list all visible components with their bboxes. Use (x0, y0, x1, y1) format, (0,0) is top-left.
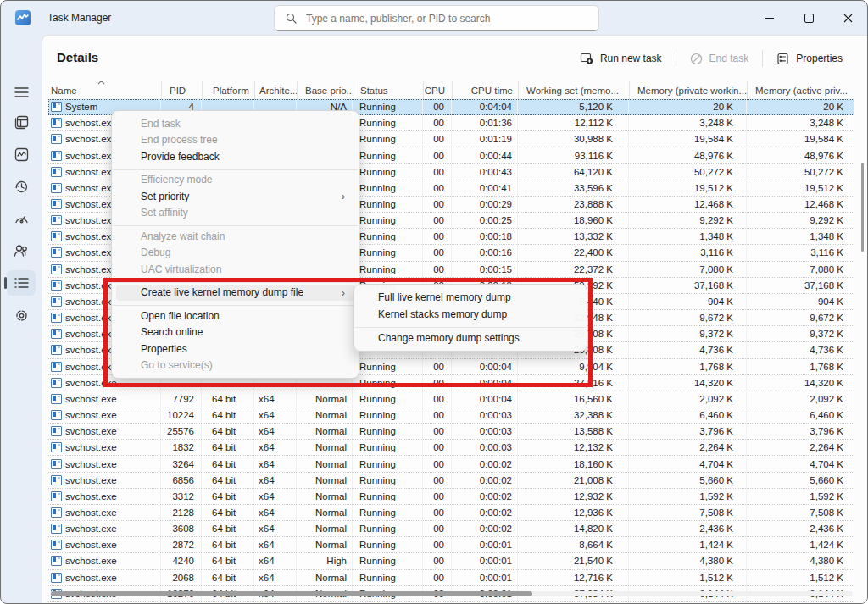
chevron-right-icon: › (342, 191, 345, 202)
cell-memory-private: 50,272 K (629, 164, 747, 180)
selected-nav-indicator (4, 277, 7, 289)
process-icon (51, 556, 62, 566)
context-menu-item[interactable]: Set priority › (116, 188, 354, 205)
cell-status: Running (353, 213, 423, 228)
table-row[interactable]: svchost.exe 6856 64 bit x64 Normal Runni… (48, 473, 854, 489)
cell-cpu: 00 (423, 456, 452, 471)
annotation-rectangle (103, 278, 593, 387)
hamburger-icon (14, 86, 29, 98)
sidebar-item-performance[interactable] (7, 141, 36, 167)
context-menu-item[interactable]: Provide feedback (116, 148, 354, 165)
table-row[interactable]: svchost.exe 2068 64 bit x64 Normal Runni… (48, 570, 854, 586)
cell-pid: 2068 (161, 570, 202, 585)
cell-status: Running (353, 115, 423, 130)
table-row[interactable]: svchost.exe 2872 64 bit x64 Normal Runni… (48, 537, 854, 553)
cell-memory-private: 6,460 K (629, 407, 747, 423)
hamburger-menu-button[interactable] (7, 80, 36, 105)
sidebar-item-app-history[interactable] (7, 174, 36, 199)
table-row[interactable]: svchost.exe 7792 64 bit x64 Normal Runni… (48, 391, 854, 407)
search-box[interactable] (274, 5, 599, 31)
cell-architecture: x64 (254, 473, 297, 488)
table-row[interactable]: svchost.exe 4240 64 bit x64 High Running… (48, 553, 854, 569)
menu-item-label: Set affinity (141, 207, 188, 219)
column-header-pid[interactable]: PID (161, 81, 202, 99)
app-icon (15, 10, 31, 25)
cell-cpu: 00 (423, 245, 452, 260)
process-icon (51, 524, 62, 534)
process-icon (51, 118, 62, 128)
process-icon (51, 491, 62, 501)
cell-pid: 10224 (161, 407, 202, 423)
menu-separator (113, 221, 358, 228)
column-header-architecture[interactable]: Archite... (254, 81, 297, 99)
cell-memory-private: 7,080 K (629, 262, 747, 277)
column-header-platform[interactable]: Platform (202, 81, 254, 99)
cell-memory-active: 1,512 K (747, 570, 854, 585)
table-row[interactable]: svchost.exe 1832 64 bit x64 Normal Runni… (48, 440, 854, 456)
cell-memory-private: 12,468 K (629, 197, 747, 212)
column-header-base-priority[interactable]: Base prio... (297, 81, 353, 99)
table-row[interactable]: svchost.exe 3312 64 bit x64 Normal Runni… (48, 489, 854, 505)
cell-architecture: x64 (254, 407, 297, 423)
vertical-scrollbar[interactable] (861, 163, 864, 252)
cell-memory-active: 50,272 K (747, 164, 854, 180)
context-menu-item: UAC virtualization (116, 261, 354, 278)
column-header-cpu[interactable]: CPU (423, 81, 452, 99)
column-header-status[interactable]: Status (353, 81, 423, 99)
cell-architecture: x64 (254, 570, 297, 585)
cell-memory-private: 7,508 K (629, 505, 747, 520)
cell-cpu-time: 0:00:04 (452, 391, 518, 407)
cell-base-priority: Normal (297, 407, 353, 423)
table-row[interactable]: svchost.exe 25576 64 bit x64 Normal Runn… (48, 424, 854, 440)
column-header-memory-active[interactable]: Memory (active priv... (747, 81, 854, 99)
column-header-memory-private[interactable]: Memory (private workin... (629, 81, 747, 99)
cell-base-priority: Normal (297, 424, 353, 439)
sidebar-item-details[interactable] (7, 270, 36, 296)
cell-platform: 64 bit (202, 473, 254, 488)
cell-cpu-time: 0:00:18 (452, 229, 518, 244)
table-row[interactable]: svchost.exe 2128 64 bit x64 Normal Runni… (48, 505, 854, 521)
horizontal-scrollbar[interactable] (50, 591, 853, 596)
cell-memory-private: 37,168 K (629, 278, 747, 293)
close-button[interactable] (828, 1, 867, 35)
cell-memory-active: 2,092 K (747, 391, 854, 407)
cell-cpu-time: 0:00:02 (452, 473, 518, 488)
end-task-button: End task (681, 47, 759, 69)
process-icon (51, 313, 62, 323)
cell-status: Running (353, 99, 423, 114)
sidebar-item-users[interactable] (7, 238, 36, 263)
column-header-name[interactable]: Name (48, 81, 161, 99)
cell-architecture: x64 (254, 489, 297, 504)
cell-cpu-time: 0:01:19 (452, 131, 518, 147)
column-header-working-set[interactable]: Working set (memo... (518, 81, 629, 99)
cell-pid: 3312 (161, 489, 202, 504)
sidebar-item-processes[interactable] (7, 109, 36, 135)
cell-name: svchost.exe (48, 440, 161, 455)
cell-platform: 64 bit (202, 505, 254, 520)
cell-cpu: 00 (423, 424, 452, 439)
table-row[interactable]: svchost.exe 10224 64 bit x64 Normal Runn… (48, 407, 854, 424)
sidebar-item-startup-apps[interactable] (7, 206, 36, 231)
page-title: Details (57, 50, 98, 64)
column-header-cpu-time[interactable]: CPU time (452, 81, 518, 99)
properties-button[interactable]: Properties (767, 47, 852, 69)
cell-cpu: 00 (423, 505, 452, 520)
table-row[interactable]: svchost.exe 3608 64 bit x64 Normal Runni… (48, 521, 854, 537)
cell-base-priority: High (297, 553, 353, 568)
horizontal-scrollbar-thumb[interactable] (51, 591, 532, 596)
run-new-task-button[interactable]: Run new task (570, 47, 671, 69)
table-header: Name PID Platform Archite... Base prio..… (48, 81, 854, 100)
cell-memory-active: 20 K (747, 99, 854, 114)
context-menu-item: End process tree (116, 132, 354, 149)
cell-name: svchost.exe (48, 424, 161, 439)
context-menu-item: Efficiency mode (116, 172, 354, 189)
process-icon (51, 378, 62, 388)
end-task-icon (690, 53, 703, 65)
app-title: Task Manager (47, 12, 111, 24)
table-row[interactable]: svchost.exe 3264 64 bit x64 Normal Runni… (48, 456, 854, 472)
sidebar-item-services[interactable] (7, 302, 36, 328)
minimize-button[interactable] (750, 1, 789, 35)
cell-architecture: x64 (254, 424, 297, 439)
maximize-button[interactable] (789, 1, 828, 35)
search-input[interactable] (304, 12, 598, 25)
